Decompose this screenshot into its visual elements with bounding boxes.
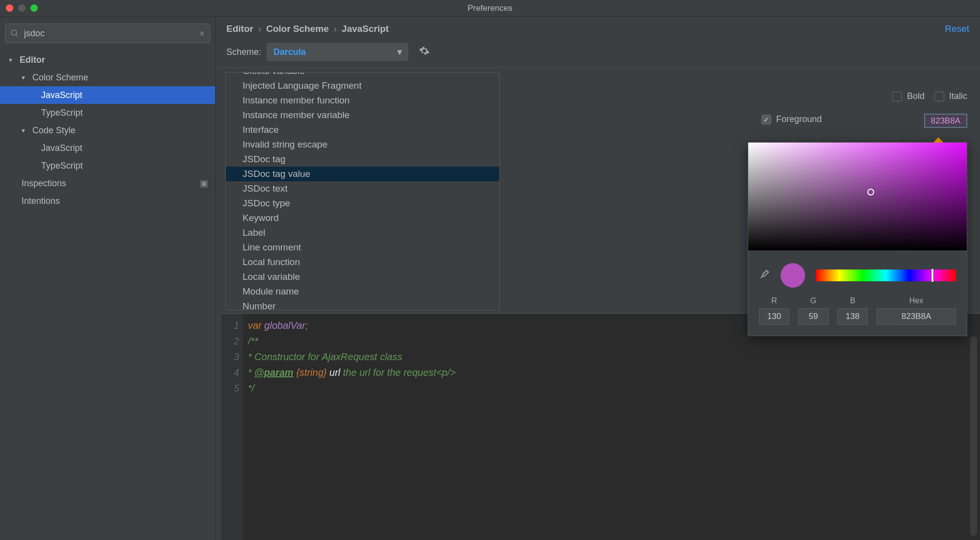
tree-editor[interactable]: Editor <box>0 51 215 69</box>
token-row[interactable]: Instance member function <box>226 93 499 108</box>
tree-typescript-cs[interactable]: TypeScript <box>0 104 215 122</box>
bold-checkbox[interactable]: Bold <box>892 91 925 101</box>
token-row[interactable]: Global variable <box>226 72 499 78</box>
tree-color-scheme[interactable]: Color Scheme <box>0 69 215 86</box>
main-panel: Editor › Color Scheme › JavaScript Reset… <box>216 17 980 540</box>
search-input[interactable] <box>24 28 199 39</box>
breadcrumb-editor[interactable]: Editor <box>226 24 253 34</box>
hex-input[interactable] <box>877 308 956 325</box>
b-input-col: B <box>837 296 868 325</box>
token-row[interactable]: Invalid string escape <box>226 137 499 152</box>
color-swatch-circle <box>781 263 805 288</box>
zoom-window-button[interactable] <box>30 4 38 12</box>
titlebar: Preferences <box>0 0 980 17</box>
token-row[interactable]: JSDoc text <box>226 181 499 196</box>
r-input[interactable] <box>759 308 789 325</box>
chevron-down-icon: ▾ <box>397 47 402 57</box>
token-row[interactable]: Injected Language Fragment <box>226 78 499 93</box>
code-preview: 12345 var globalVar; /** * Constructor f… <box>221 313 980 540</box>
token-row[interactable]: JSDoc tag <box>226 152 499 167</box>
foreground-swatch[interactable]: 823B8A <box>924 116 968 126</box>
font-properties: Bold Italic Foreground 823B8A <box>761 91 967 127</box>
gear-icon[interactable] <box>419 46 430 59</box>
color-picker: R G B Hex <box>748 142 967 336</box>
reset-button[interactable]: Reset <box>945 24 969 34</box>
scheme-select[interactable]: Darcula ▾ <box>267 43 408 61</box>
scheme-label: Scheme: <box>226 47 261 57</box>
g-input[interactable] <box>798 308 829 325</box>
tree-inspections[interactable]: Inspections▣ <box>0 174 215 192</box>
sidebar: × Editor Color Scheme JavaScript TypeScr… <box>0 17 216 540</box>
breadcrumb: Editor › Color Scheme › JavaScript Reset <box>216 17 980 34</box>
token-list[interactable]: Global variableInjected Language Fragmen… <box>225 72 500 310</box>
scheme-row: Scheme: Darcula ▾ <box>216 34 980 68</box>
window-title: Preferences <box>467 3 513 13</box>
settings-tree: Editor Color Scheme JavaScript TypeScrip… <box>0 48 215 540</box>
saturation-cursor[interactable] <box>867 189 874 196</box>
g-input-col: G <box>798 296 829 325</box>
svg-line-1 <box>16 34 18 36</box>
tree-javascript-csy[interactable]: JavaScript <box>0 139 215 157</box>
tree-intentions[interactable]: Intentions <box>0 192 215 210</box>
token-row[interactable]: Interface <box>226 123 499 137</box>
token-row[interactable]: Keyword <box>226 211 499 225</box>
token-row[interactable]: Local function <box>226 255 499 270</box>
gutter: 12345 <box>221 314 243 540</box>
hue-slider[interactable] <box>816 270 956 281</box>
token-row[interactable]: Module name <box>226 284 499 299</box>
editor-scrollbar[interactable] <box>970 336 977 536</box>
token-row[interactable]: JSDoc tag value <box>226 167 499 181</box>
hex-input-col: Hex <box>877 296 956 325</box>
search-icon <box>10 29 19 38</box>
close-window-button[interactable] <box>6 4 13 12</box>
breadcrumb-javascript: JavaScript <box>342 24 389 34</box>
token-row[interactable]: Line comment <box>226 240 499 255</box>
search-clear-icon[interactable]: × <box>199 28 205 39</box>
tree-javascript-cs[interactable]: JavaScript <box>0 86 215 104</box>
token-row[interactable]: Label <box>226 225 499 240</box>
token-row[interactable]: Instance member variable <box>226 108 499 123</box>
tree-code-style[interactable]: Code Style <box>0 122 215 139</box>
overlay-icon: ▣ <box>200 178 208 189</box>
foreground-checkbox[interactable]: Foreground <box>761 114 822 124</box>
hue-cursor[interactable] <box>931 269 934 282</box>
search-box: × <box>5 24 210 43</box>
svg-point-0 <box>11 30 17 35</box>
italic-checkbox[interactable]: Italic <box>934 91 967 101</box>
minimize-window-button[interactable] <box>18 4 25 12</box>
window-controls <box>0 4 38 12</box>
breadcrumb-color-scheme[interactable]: Color Scheme <box>266 24 329 34</box>
eyedropper-icon[interactable] <box>759 269 770 282</box>
tree-typescript-csy[interactable]: TypeScript <box>0 157 215 174</box>
token-row[interactable]: Number <box>226 299 499 310</box>
token-row[interactable]: Local variable <box>226 270 499 284</box>
r-input-col: R <box>759 296 789 325</box>
b-input[interactable] <box>837 308 868 325</box>
saturation-field[interactable] <box>748 143 967 250</box>
code-body: var globalVar; /** * Constructor for Aja… <box>243 314 456 540</box>
token-row[interactable]: JSDoc type <box>226 196 499 211</box>
foreground-row: Foreground 823B8A <box>761 114 967 127</box>
